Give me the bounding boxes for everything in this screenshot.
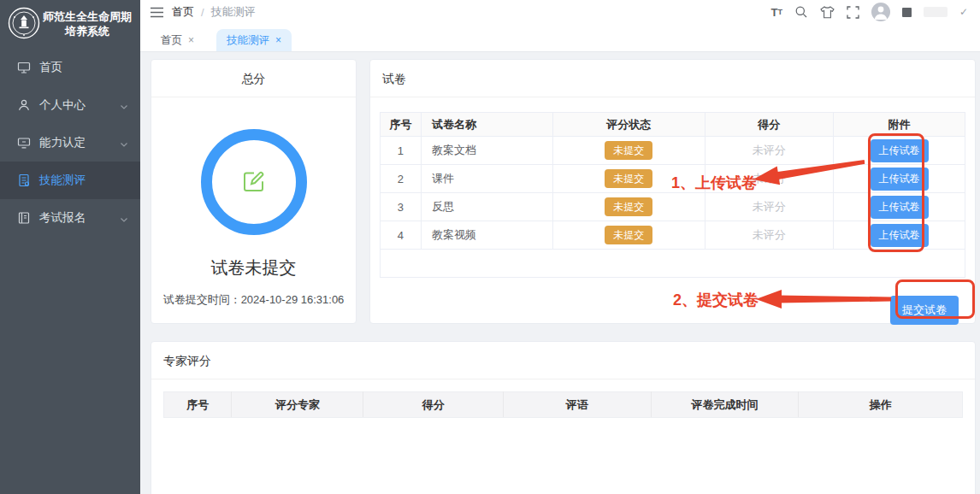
sidebar-item-label: 考试报名 — [39, 210, 120, 226]
upload-paper-button[interactable]: 上传试卷 — [871, 196, 929, 219]
topbar: 首页 / 技能测评 TT ✓ — [140, 0, 980, 24]
row-index: 3 — [381, 193, 422, 221]
sidebar-item-ability[interactable]: 能力认定 — [0, 124, 140, 162]
paper-name: 教案视频 — [421, 221, 552, 250]
row-index: 1 — [381, 137, 422, 165]
tab-home[interactable]: 首页 × — [151, 29, 204, 51]
tab-close-icon[interactable]: × — [275, 29, 281, 51]
breadcrumb-separator: / — [201, 6, 204, 19]
app-logo-row: 师范生全生命周期 培养系统 — [0, 0, 140, 47]
sidebar-item-skill-assessment[interactable]: 技能测评 — [0, 162, 140, 199]
table-row: 2 课件 未提交 未评分 上传试卷 — [381, 165, 965, 193]
app-title: 师范生全生命周期 培养系统 — [41, 9, 133, 38]
column-header: 得分 — [363, 392, 503, 418]
submit-papers-button[interactable]: 提交试卷 — [890, 296, 959, 325]
column-header: 评卷完成时间 — [651, 392, 799, 418]
avatar-icon[interactable] — [871, 3, 890, 21]
table-row: 4 教案视频 未提交 未评分 上传试卷 — [381, 221, 965, 250]
breadcrumb: 首页 / 技能测评 — [172, 4, 256, 20]
sidebar-menu: 首页 个人中心 能力认定 — [0, 49, 140, 237]
upload-paper-button[interactable]: 上传试卷 — [871, 224, 929, 247]
sidebar-item-profile[interactable]: 个人中心 — [0, 86, 140, 124]
papers-card: 试卷 序号 试卷名称 评分状态 得分 附件 — [369, 59, 976, 324]
table-header-row: 序号 评分专家 得分 评语 评卷完成时间 操作 — [164, 392, 963, 418]
main-area: 首页 / 技能测评 TT ✓ 首页 × — [140, 0, 980, 494]
total-score-card: 总分 试卷未提交 试卷提交时间：2024-10-29 16:31:06 — [151, 59, 357, 324]
card-title: 试卷 — [370, 60, 975, 97]
status-badge: 未提交 — [605, 141, 652, 160]
assessment-icon — [17, 173, 31, 187]
check-icon: ✓ — [959, 6, 968, 18]
sidebar-item-label: 个人中心 — [39, 97, 120, 113]
column-header: 评分状态 — [552, 113, 705, 137]
column-header: 得分 — [705, 113, 833, 137]
expert-table: 序号 评分专家 得分 评语 评卷完成时间 操作 — [163, 391, 963, 494]
tab-label: 技能测评 — [227, 29, 269, 51]
edit-icon — [241, 168, 267, 197]
column-header: 操作 — [799, 392, 963, 418]
column-header: 评语 — [503, 392, 651, 418]
papers-table: 序号 试卷名称 评分状态 得分 附件 1 教案文档 未提交 — [380, 112, 965, 278]
column-header: 评分专家 — [232, 392, 363, 418]
row-index: 2 — [381, 165, 422, 193]
score-value: 未评分 — [705, 221, 833, 250]
university-seal-icon — [7, 6, 41, 43]
sidebar: 师范生全生命周期 培养系统 首页 个人中心 — [0, 0, 140, 494]
tab-label: 首页 — [161, 29, 182, 51]
card-title: 总分 — [151, 60, 356, 97]
user-name-redacted — [924, 7, 948, 17]
sidebar-item-label: 技能测评 — [39, 173, 128, 188]
font-size-icon[interactable]: TT — [770, 6, 782, 19]
user-icon — [17, 98, 31, 112]
paper-name: 课件 — [421, 165, 552, 193]
chevron-down-icon — [120, 138, 128, 147]
registration-icon — [17, 211, 31, 225]
score-value: 未评分 — [705, 165, 833, 193]
hamburger-icon[interactable] — [151, 7, 163, 18]
status-badge: 未提交 — [605, 226, 652, 244]
paper-name: 反思 — [421, 193, 552, 221]
tab-close-icon[interactable]: × — [188, 29, 194, 51]
table-row: 1 教案文档 未提交 未评分 上传试卷 — [381, 137, 965, 165]
score-value: 未评分 — [705, 193, 833, 221]
search-icon[interactable] — [794, 5, 808, 19]
home-icon — [17, 61, 31, 74]
card-title: 专家评分 — [151, 342, 975, 379]
score-submit-time: 试卷提交时间：2024-10-29 16:31:06 — [151, 292, 356, 308]
fullscreen-icon[interactable] — [847, 6, 859, 19]
status-badge: 未提交 — [605, 197, 652, 216]
table-header-row: 序号 试卷名称 评分状态 得分 附件 — [381, 113, 965, 137]
score-ring — [201, 129, 307, 235]
sidebar-item-label: 能力认定 — [39, 135, 120, 150]
status-badge: 未提交 — [605, 169, 652, 188]
column-header: 序号 — [381, 113, 422, 137]
sidebar-item-home[interactable]: 首页 — [0, 49, 140, 86]
column-header: 附件 — [834, 113, 965, 137]
upload-paper-button[interactable]: 上传试卷 — [871, 168, 929, 191]
column-header: 试卷名称 — [421, 113, 552, 137]
table-row: 3 反思 未提交 未评分 上传试卷 — [381, 193, 965, 221]
theme-shirt-icon[interactable] — [820, 6, 835, 19]
table-filler-row — [381, 250, 965, 278]
sidebar-item-exam-registration[interactable]: 考试报名 — [0, 199, 140, 237]
upload-paper-button[interactable]: 上传试卷 — [871, 139, 929, 162]
score-value: 未评分 — [705, 137, 833, 165]
monitor-icon — [17, 136, 31, 150]
content: 总分 试卷未提交 试卷提交时间：2024-10-29 16:31:06 试卷 — [140, 52, 980, 494]
breadcrumb-current: 技能测评 — [211, 4, 256, 20]
sidebar-item-label: 首页 — [39, 60, 128, 75]
breadcrumb-home[interactable]: 首页 — [172, 4, 194, 20]
chevron-down-icon — [120, 214, 128, 222]
chevron-down-icon — [120, 101, 128, 109]
expert-scoring-card: 专家评分 序号 评分专家 得分 评语 评卷完成时间 操作 — [151, 341, 976, 494]
paper-name: 教案文档 — [421, 137, 552, 165]
column-header: 序号 — [164, 392, 232, 418]
app-square-icon — [902, 8, 912, 17]
row-index: 4 — [381, 221, 422, 250]
tab-bar: 首页 × 技能测评 × — [140, 24, 980, 52]
empty-table-body — [164, 418, 963, 494]
tab-skill-assessment[interactable]: 技能测评 × — [216, 29, 292, 51]
score-status-text: 试卷未提交 — [151, 256, 356, 279]
